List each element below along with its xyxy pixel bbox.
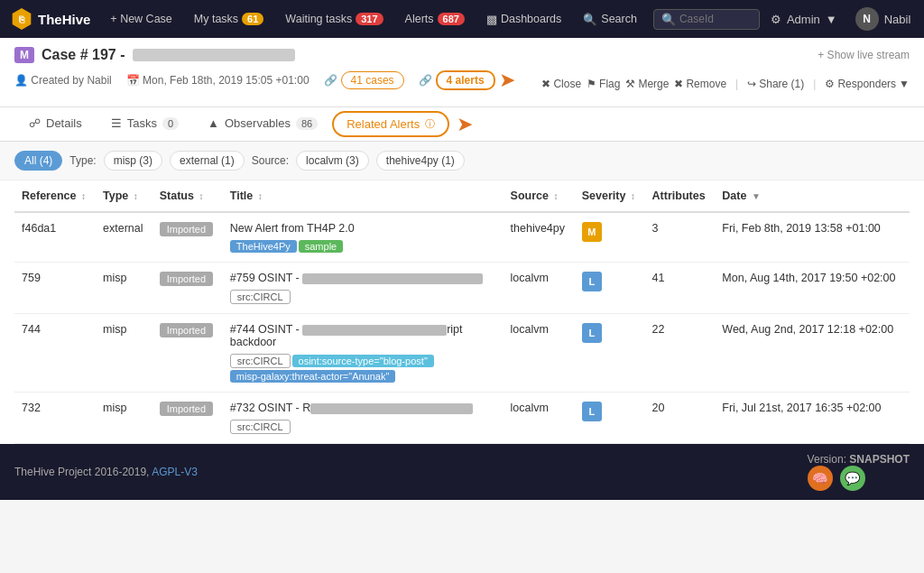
user-menu[interactable]: N Nabil xyxy=(848,2,919,36)
tags-row: TheHive4Pysample xyxy=(230,238,496,253)
footer-version: Version: SNAPSHOT 🧠 💬 xyxy=(808,453,910,491)
cell-source: thehive4py xyxy=(504,212,575,263)
chat-icon[interactable]: 💬 xyxy=(840,466,865,491)
flag-button[interactable]: ⚑ Flag xyxy=(587,78,620,90)
tags-row: src:CIRCL xyxy=(230,288,496,304)
tab-related-alerts[interactable]: Related Alerts ⓘ xyxy=(332,111,449,137)
caseid-search[interactable]: 🔍 xyxy=(653,9,760,30)
cell-severity: L xyxy=(575,314,645,393)
status-badge: Imported xyxy=(160,323,213,337)
cell-reference: f46da1 xyxy=(14,212,96,263)
filter-type-misp[interactable]: misp (3) xyxy=(104,151,162,171)
case-priority-badge: M xyxy=(14,47,34,63)
title-text: #732 OSINT - R xyxy=(230,402,496,414)
filter-row: All (4) Type: misp (3) external (1) Sour… xyxy=(0,142,924,180)
merge-button[interactable]: ⚒ Merge xyxy=(625,78,669,90)
tag[interactable]: src:CIRCL xyxy=(230,290,291,304)
cell-reference: 744 xyxy=(14,314,96,393)
cell-date: Fri, Jul 21st, 2017 16:35 +02:00 xyxy=(715,393,910,444)
severity-badge: L xyxy=(582,323,602,343)
case-title: M Case # 197 - xyxy=(14,47,295,63)
filter-source-thehive4py[interactable]: thehive4py (1) xyxy=(376,151,465,171)
case-date: 📅 Mon, Feb 18th, 2019 15:05 +01:00 xyxy=(126,74,310,87)
tag[interactable]: misp-galaxy:threat-actor="Anunak" xyxy=(230,370,396,383)
case-meta: 👤 Created by Nabil 📅 Mon, Feb 18th, 2019… xyxy=(14,69,515,99)
cell-title[interactable]: #732 OSINT - Rsrc:CIRCL xyxy=(223,393,504,444)
my-tasks-button[interactable]: My tasks 61 xyxy=(185,7,273,31)
filter-all[interactable]: All (4) xyxy=(14,151,62,171)
cell-attributes: 41 xyxy=(645,263,716,314)
waiting-tasks-button[interactable]: Waiting tasks 317 xyxy=(276,7,392,31)
severity-badge: M xyxy=(582,222,602,242)
tab-tasks[interactable]: ☰ Tasks 0 xyxy=(97,107,193,141)
cell-source: localvm xyxy=(504,263,575,314)
share-button[interactable]: ↪ Share (1) xyxy=(747,78,804,90)
tag[interactable]: TheHive4Py xyxy=(230,240,297,253)
alerts-badge: 687 xyxy=(438,13,465,25)
case-actions: ✖ Close ⚑ Flag ⚒ Merge ✖ Remove | ↪ xyxy=(541,78,910,90)
title-blurred-content xyxy=(302,325,447,336)
waiting-tasks-badge: 317 xyxy=(356,13,383,25)
logo-hex-icon: ⎘ xyxy=(11,8,32,30)
case-title-row: M Case # 197 - + Show live stream xyxy=(14,47,910,63)
new-case-button[interactable]: + New Case xyxy=(101,7,180,31)
tag[interactable]: osint:source-type="blog-post" xyxy=(292,355,434,367)
dashboards-button[interactable]: ▩ Dashboards xyxy=(477,7,570,32)
show-live-stream-button[interactable]: + Show live stream xyxy=(818,49,910,61)
brain-icon[interactable]: 🧠 xyxy=(808,466,833,491)
tags-row: src:CIRCLosint:source-type="blog-post"mi… xyxy=(230,352,496,383)
case-header: M Case # 197 - + Show live stream 👤 Crea… xyxy=(0,38,924,107)
filter-source-localvm[interactable]: localvm (3) xyxy=(296,151,369,171)
footer-license-link[interactable]: AGPL-V3 xyxy=(152,466,198,478)
footer-icons: 🧠 💬 xyxy=(808,466,910,491)
responders-button[interactable]: ⚙ Responders ▼ xyxy=(825,78,910,90)
table-row[interactable]: 759mispImported#759 OSINT - src:CIRCLloc… xyxy=(14,263,910,314)
cell-severity: M xyxy=(575,212,645,263)
tab-observables[interactable]: ▲ Observables 86 xyxy=(193,107,332,141)
remove-button[interactable]: ✖ Remove xyxy=(674,78,726,90)
filter-type-external[interactable]: external (1) xyxy=(170,151,245,171)
caseid-input[interactable] xyxy=(679,13,752,25)
related-alerts-arrow-icon: ➤ xyxy=(457,113,473,136)
col-title[interactable]: Title ↕ xyxy=(223,180,504,212)
cases-link[interactable]: 🔗 41 cases xyxy=(324,71,404,89)
tag[interactable]: src:CIRCL xyxy=(230,354,291,368)
alerts-link[interactable]: 🔗 4 alerts ➤ xyxy=(419,69,515,92)
title-blurred-content xyxy=(310,403,473,414)
tag[interactable]: sample xyxy=(299,240,343,253)
cell-source: localvm xyxy=(504,393,575,444)
title-blurred-content xyxy=(302,273,483,284)
app-logo[interactable]: ⎘ TheHive xyxy=(11,8,90,30)
col-severity[interactable]: Severity ↕ xyxy=(575,180,645,212)
search-button[interactable]: 🔍 Search xyxy=(574,7,646,32)
col-source[interactable]: Source ↕ xyxy=(504,180,575,212)
cell-attributes: 3 xyxy=(645,212,716,263)
my-tasks-badge: 61 xyxy=(242,13,263,25)
col-type[interactable]: Type ↕ xyxy=(96,180,152,212)
tab-details[interactable]: ☍ Details xyxy=(14,107,97,141)
severity-badge: L xyxy=(582,272,602,291)
tag[interactable]: src:CIRCL xyxy=(230,420,291,434)
cell-status: Imported xyxy=(152,212,223,263)
cell-title[interactable]: #744 OSINT - ript backdoorsrc:CIRCLosint… xyxy=(223,314,504,393)
cell-title[interactable]: #759 OSINT - src:CIRCL xyxy=(223,263,504,314)
case-title-blurred xyxy=(133,49,295,61)
cell-source: localvm xyxy=(504,314,575,393)
avatar: N xyxy=(855,7,879,31)
table-row[interactable]: f46da1externalImportedNew Alert from TH4… xyxy=(14,212,910,263)
severity-badge: L xyxy=(582,402,602,421)
col-status[interactable]: Status ↕ xyxy=(152,180,223,212)
title-text: #744 OSINT - ript backdoor xyxy=(230,323,496,348)
cell-type: external xyxy=(96,212,152,263)
cell-title[interactable]: New Alert from TH4P 2.0TheHive4Pysample xyxy=(223,212,504,263)
alerts-link-badge[interactable]: 4 alerts xyxy=(436,70,495,90)
close-button[interactable]: ✖ Close xyxy=(541,78,581,90)
col-reference[interactable]: Reference ↕ xyxy=(14,180,96,212)
top-navigation: ⎘ TheHive + New Case My tasks 61 Waiting… xyxy=(0,0,924,38)
admin-menu[interactable]: ⚙ Admin ▼ xyxy=(763,7,845,32)
alerts-button[interactable]: Alerts 687 xyxy=(396,7,474,31)
table-row[interactable]: 732mispImported#732 OSINT - Rsrc:CIRCLlo… xyxy=(14,393,910,444)
col-date[interactable]: Date ▼ xyxy=(715,180,910,212)
alerts-arrow-icon: ➤ xyxy=(499,69,515,92)
table-row[interactable]: 744mispImported#744 OSINT - ript backdoo… xyxy=(14,314,910,393)
